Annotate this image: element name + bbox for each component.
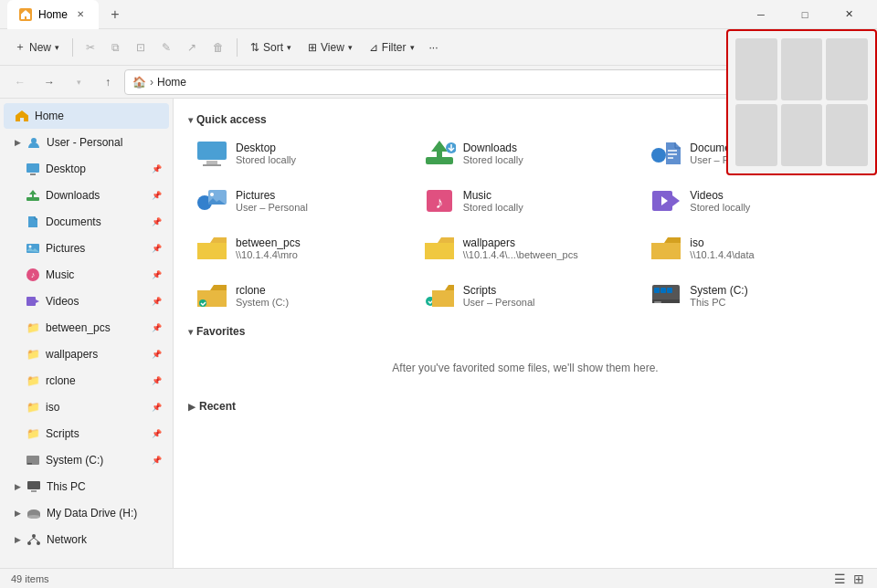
sidebar-item-rclone[interactable]: 📁 rclone 📌: [4, 368, 169, 394]
cut-icon: ✂: [86, 41, 95, 54]
music-item-info: Music Stored locally: [463, 189, 523, 213]
tab-home[interactable]: Home ✕: [7, 0, 99, 29]
list-view-icon[interactable]: ☰: [832, 572, 848, 586]
sort-button[interactable]: ⇅ Sort ▾: [243, 37, 299, 58]
between-pcs-sidebar-icon: 📁: [26, 320, 40, 335]
network-expand-icon: ▶: [15, 535, 21, 544]
scripts-item-sub: User – Personal: [463, 297, 535, 308]
quick-access-item-wallpapers[interactable]: wallpapers \\10.1.4.4\...\between_pcs: [416, 226, 636, 270]
sidebar: Home ▶ User - Personal Desktop 📌: [0, 99, 174, 568]
paste-button[interactable]: ⊡: [129, 37, 153, 58]
sidebar-iso-label: iso: [46, 401, 146, 414]
new-tab-button[interactable]: +: [102, 2, 128, 27]
sidebar-item-pictures[interactable]: Pictures 📌: [4, 236, 169, 261]
sort-icon: ⇅: [250, 41, 259, 54]
sidebar-item-user-personal[interactable]: ▶ User - Personal: [4, 130, 169, 155]
sidebar-item-scripts[interactable]: 📁 Scripts 📌: [4, 421, 169, 446]
recent-header[interactable]: ▶ Recent: [188, 400, 862, 413]
title-bar: Home ✕ + ─ □ ✕: [0, 0, 877, 29]
iso-item-info: iso \\10.1.4.4\data: [690, 236, 754, 260]
system-c-icon: [650, 279, 682, 312]
tab-close-button[interactable]: ✕: [73, 7, 88, 22]
quick-access-item-desktop[interactable]: Desktop Stored locally: [188, 131, 408, 175]
user-personal-icon: [26, 135, 41, 150]
quick-access-item-rclone[interactable]: rclone System (C:): [188, 274, 408, 318]
quick-access-item-iso[interactable]: iso \\10.1.4.4\data: [642, 226, 862, 270]
sidebar-item-wallpapers[interactable]: 📁 wallpapers 📌: [4, 341, 169, 367]
svg-rect-26: [203, 164, 221, 166]
grid-view-icon[interactable]: ⊞: [851, 572, 866, 586]
more-button[interactable]: ···: [424, 37, 444, 58]
delete-icon: 🗑: [213, 41, 224, 54]
svg-rect-2: [26, 163, 39, 173]
close-button[interactable]: ✕: [828, 0, 870, 29]
wallpapers-item-info: wallpapers \\10.1.4.4\...\between_pcs: [463, 236, 578, 260]
quick-access-item-between-pcs[interactable]: between_pcs \\10.1.4.4\mro: [188, 226, 408, 270]
vs-cell-3[interactable]: [826, 38, 868, 100]
svg-rect-13: [27, 463, 32, 465]
desktop-item-name: Desktop: [236, 142, 296, 154]
up-button[interactable]: ↑: [95, 69, 121, 95]
pictures-item-sub: User – Personal: [236, 202, 308, 213]
sidebar-item-desktop[interactable]: Desktop 📌: [4, 156, 169, 182]
rclone-sidebar-icon: 📁: [26, 373, 40, 388]
view-icon: ⊞: [308, 41, 317, 54]
sidebar-item-documents[interactable]: Documents 📌: [4, 209, 169, 235]
quick-access-item-downloads[interactable]: Downloads Stored locally: [416, 131, 636, 175]
pictures-icon: [195, 184, 228, 217]
minimize-button[interactable]: ─: [740, 0, 782, 29]
back-button[interactable]: ←: [7, 69, 33, 95]
sidebar-downloads-label: Downloads: [46, 189, 146, 202]
path-separator: ›: [150, 76, 153, 89]
toolbar: ＋ New ▾ ✂ ⧉ ⊡ ✎ ↗ 🗑 ⇅ Sort ▾ ⊞: [0, 29, 877, 66]
rename-button[interactable]: ✎: [154, 37, 178, 58]
new-button[interactable]: ＋ New ▾: [7, 36, 67, 58]
sidebar-rclone-label: rclone: [46, 374, 146, 387]
sidebar-item-iso[interactable]: 📁 iso 📌: [4, 394, 169, 420]
cut-button[interactable]: ✂: [79, 37, 102, 58]
favorites-header[interactable]: ▾ Favorites: [188, 325, 862, 338]
downloads-item-name: Downloads: [463, 142, 523, 154]
view-button[interactable]: ⊞ View ▾: [301, 37, 360, 58]
sidebar-item-system-c[interactable]: System (C:) 📌: [4, 447, 169, 473]
share-button[interactable]: ↗: [180, 37, 204, 58]
sidebar-item-this-pc[interactable]: ▶ This PC: [4, 474, 169, 499]
sidebar-item-videos[interactable]: Videos 📌: [4, 289, 169, 314]
vs-cell-6[interactable]: [826, 104, 868, 166]
svg-rect-4: [26, 197, 39, 201]
sidebar-this-pc-label: This PC: [47, 480, 162, 493]
sidebar-item-downloads[interactable]: Downloads 📌: [4, 183, 169, 208]
svg-rect-49: [660, 288, 666, 293]
toolbar-separator-1: [72, 38, 73, 57]
this-pc-icon: [26, 479, 41, 494]
sidebar-item-between-pcs[interactable]: 📁 between_pcs 📌: [4, 315, 169, 341]
copy-button[interactable]: ⧉: [104, 37, 127, 58]
sidebar-item-network[interactable]: ▶ Network: [4, 527, 169, 552]
this-pc-expand-icon: ▶: [15, 482, 21, 491]
filter-button[interactable]: ⊿ Filter ▾: [362, 37, 422, 58]
quick-access-chevron-icon: ▾: [188, 115, 193, 125]
delete-button[interactable]: 🗑: [206, 37, 231, 58]
svg-rect-15: [31, 490, 37, 492]
sidebar-item-music[interactable]: ♪ Music 📌: [4, 262, 169, 288]
sidebar-item-home[interactable]: Home: [4, 103, 169, 129]
vs-cell-2[interactable]: [781, 38, 823, 100]
forward-button[interactable]: →: [37, 69, 62, 95]
system-c-item-name: System (C:): [690, 284, 747, 297]
documents-sidebar-icon: [26, 215, 40, 229]
quick-access-item-music[interactable]: ♪ Music Stored locally: [416, 179, 636, 223]
quick-access-item-videos[interactable]: Videos Stored locally: [642, 179, 862, 223]
quick-access-item-scripts[interactable]: Scripts User – Personal: [416, 274, 636, 318]
quick-access-item-pictures[interactable]: Pictures User – Personal: [188, 179, 408, 223]
vs-cell-4[interactable]: [735, 104, 777, 166]
svg-point-31: [651, 148, 666, 163]
user-personal-expand-icon: ▶: [15, 138, 21, 147]
sidebar-wallpapers-label: wallpapers: [46, 348, 146, 361]
vs-cell-1[interactable]: [735, 38, 777, 100]
vs-cell-5[interactable]: [781, 104, 823, 166]
sidebar-item-data-drive[interactable]: ▶ My Data Drive (H:): [4, 500, 169, 526]
restore-button[interactable]: □: [784, 0, 826, 29]
favorites-label: Favorites: [196, 325, 245, 338]
recent-locations-button[interactable]: ▾: [66, 69, 91, 95]
quick-access-item-system-c[interactable]: System (C:) This PC: [642, 274, 862, 318]
